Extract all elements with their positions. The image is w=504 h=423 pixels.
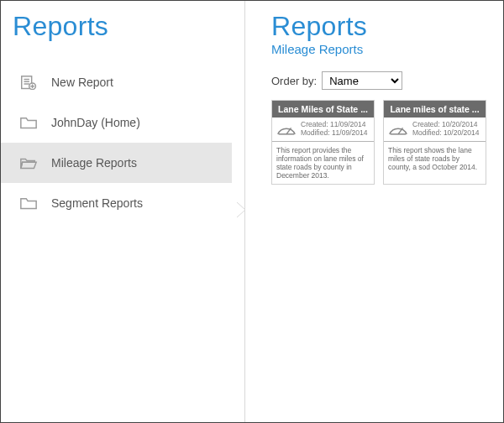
sidebar-title: Reports	[13, 11, 244, 42]
main-subtitle: Mileage Reports	[271, 42, 495, 56]
report-card-meta: Created: 10/20/2014 Modified: 10/20/2014	[384, 118, 486, 142]
sidebar-item-label: New Report	[51, 76, 113, 89]
report-card-title: Lane Miles of State ...	[272, 101, 374, 118]
sidebar-list: New Report JohnDay (Home) Mileage R	[1, 62, 232, 223]
report-modified: Modified: 11/09/2014	[301, 129, 367, 138]
speedometer-icon	[387, 122, 409, 137]
card-grid: Lane Miles of State ... Created: 11/09/2…	[271, 100, 495, 185]
sidebar-item-label: JohnDay (Home)	[51, 116, 140, 129]
main-panel: Reports Mileage Reports Order by: Name L…	[244, 1, 503, 422]
folder-open-icon	[19, 155, 38, 170]
sidebar-item-label: Mileage Reports	[51, 156, 137, 170]
report-modified: Modified: 10/20/2014	[412, 129, 479, 138]
selection-notch-icon	[235, 201, 254, 219]
order-by-label: Order by:	[271, 75, 317, 87]
report-card-title: Lane miles of state ...	[384, 101, 486, 118]
folder-icon	[19, 115, 38, 130]
order-by-row: Order by: Name	[271, 71, 495, 90]
sidebar-item-segment[interactable]: Segment Reports	[1, 183, 232, 223]
folder-icon	[19, 196, 38, 211]
main-title: Reports	[271, 11, 495, 42]
speedometer-icon	[276, 122, 297, 137]
report-card[interactable]: Lane Miles of State ... Created: 11/09/2…	[271, 100, 375, 185]
report-card-desc: This report provides the information on …	[272, 142, 374, 185]
sidebar-item-home[interactable]: JohnDay (Home)	[1, 102, 232, 143]
order-by-select[interactable]: Name	[322, 71, 402, 90]
sidebar-item-mileage[interactable]: Mileage Reports	[1, 143, 232, 183]
sidebar: Reports New Report	[1, 1, 244, 422]
new-report-icon	[19, 75, 38, 90]
sidebar-item-label: Segment Reports	[51, 196, 143, 210]
sidebar-item-new-report[interactable]: New Report	[1, 62, 232, 102]
report-card-desc: This report shows the lane miles of stat…	[384, 142, 486, 176]
report-card-meta: Created: 11/09/2014 Modified: 11/09/2014	[272, 118, 374, 142]
report-card[interactable]: Lane miles of state ... Created: 10/20/2…	[383, 100, 486, 185]
